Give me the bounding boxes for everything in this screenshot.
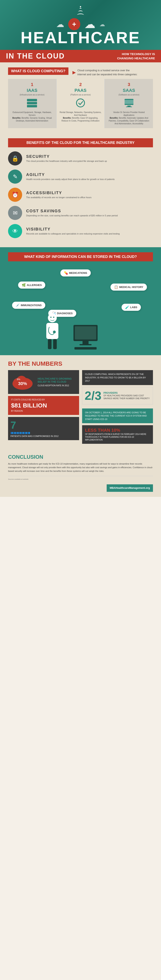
benefits-header: BENEFITS OF THE CLOUD FOR THE HEALTHCARE… <box>8 138 153 147</box>
saas-desc: Vendor Or Service Provider Hosted Applic… <box>108 111 150 125</box>
allergies-bubble: 🌿 ALLERGIES <box>18 282 45 289</box>
seven-big: 7 <box>11 420 16 431</box>
two-thirds-text: OF HEALTHCARE PROVIDERS SAID COST SAVING… <box>103 395 150 400</box>
computer-desk <box>71 324 101 350</box>
svg-point-3 <box>76 99 85 107</box>
info-header: WHAT KIND OF INFORMATION CAN BE STORED I… <box>8 252 153 261</box>
providers-label: PROVIDERS <box>103 391 150 395</box>
iaas-box: 1 IAAS (Infrastructure-as-a-service) Out… <box>8 79 57 128</box>
two-thirds-num: 2/3 <box>85 390 101 402</box>
paas-box: 2 PAAS (Platform-as-a-service) Rental St… <box>57 79 105 128</box>
iaas-desc: Outsourced Equipment, Storage, Hardware,… <box>11 111 53 122</box>
saas-icon <box>108 98 150 110</box>
svg-rect-12 <box>53 339 57 349</box>
svg-rect-7 <box>126 107 132 107</box>
allergies-icon: 🌿 <box>22 283 26 287</box>
growing-text: CLOUD ADOPTION RATE IN 2012 <box>38 384 77 387</box>
svg-rect-19 <box>74 347 96 350</box>
medical-history-bubble: 📋 MEDICAL HISTORY <box>110 283 147 291</box>
doctor-computer-area <box>40 310 101 350</box>
svg-rect-17 <box>82 341 88 344</box>
cloud-computing-section: WHAT IS CLOUD COMPUTING? ▶ Cloud computi… <box>0 62 161 133</box>
doctor-figure <box>40 310 65 350</box>
growing-belief-box: 30% 9% HEALTHCARE'S GROWING BELIEF IN TH… <box>8 370 79 394</box>
agility-label: AGILITY <box>26 172 153 177</box>
icd-box: ON OCTOBER 1, 2014 ALL PROVIDERS ARE GOI… <box>82 409 153 423</box>
paas-desc: Rental Storage, Networks, Operating Syst… <box>60 111 102 122</box>
iaas-title: IAAS <box>11 88 53 93</box>
it-costs-box: IT COSTS COULD BE REDUCED BY $81 BILLION… <box>8 396 79 415</box>
cloud-intro-text: Cloud computing is a hosted service over… <box>77 68 138 76</box>
visibility-desc: Records are available to colleagues and … <box>26 232 153 235</box>
paas-number: 2 <box>60 82 102 87</box>
svg-text:9%: 9% <box>17 378 21 381</box>
patients-text: PATIENTS DATA WAS COMPROMISED IN 2012 <box>11 434 77 438</box>
less-ten-text: OF RESPONDENTS FROM A SURVEY IN FEBRUARY… <box>85 433 150 441</box>
svg-point-8 <box>48 313 57 322</box>
benefit-agility: ✎ AGILITY Health records providers can e… <box>8 170 153 184</box>
footer-sources: Sources available at website MBAHealthca… <box>8 476 153 492</box>
services-container: 1 IAAS (Infrastructure-as-a-service) Out… <box>8 79 153 128</box>
svg-rect-18 <box>79 344 92 345</box>
saas-title: SAAS <box>108 88 150 93</box>
benefit-visibility: 👁 VISIBILITY Records are available to co… <box>8 224 153 238</box>
svg-rect-16 <box>75 326 96 339</box>
svg-rect-2 <box>27 105 37 107</box>
accessibility-desc: The availability of records are no longe… <box>26 196 153 199</box>
in-cloud-banner: IN THE CLOUD HOW TECHNOLOGY IS CHANGING … <box>0 50 161 62</box>
conclusion-text: As more healthcare institutions get read… <box>8 462 153 473</box>
svg-rect-1 <box>27 102 37 104</box>
numbers-left: 30% 9% HEALTHCARE'S GROWING BELIEF IN TH… <box>8 370 79 444</box>
website-badge: MBAHealthcareManagement.org <box>107 484 153 492</box>
security-icon: 🔒 <box>8 151 22 165</box>
svg-rect-11 <box>48 339 52 349</box>
two-thirds-box: 2/3 PROVIDERS OF HEALTHCARE PROVIDERS SA… <box>82 387 153 404</box>
security-desc: The cloud provides the healthcare indust… <box>26 159 153 163</box>
svg-text:30%: 30% <box>18 381 27 386</box>
accessibility-icon: ⏰ <box>8 188 22 202</box>
iaas-number: 1 <box>11 82 53 87</box>
benefit-security: 🔒 SECURITY The cloud provides the health… <box>8 151 153 165</box>
growing-title: HEALTHCARE'S GROWING BELIEF IN THE CLOUD <box>38 377 77 383</box>
iaas-subtitle: (Infrastructure-as-a-service) <box>11 94 53 96</box>
paas-icon <box>60 98 102 110</box>
subtitle-right: HOW TECHNOLOGY IS CHANGING HEALTHCARE <box>111 52 155 60</box>
agility-icon: ✎ <box>8 170 22 184</box>
numbers-section: BY THE NUMBERS 30% 9% <box>0 355 161 449</box>
main-title: HEALTHCARE <box>8 30 153 46</box>
visibility-icon: 👁 <box>8 224 22 238</box>
medications-bubble: 💊 MEDICATIONS <box>60 269 91 277</box>
svg-rect-9 <box>46 323 58 339</box>
icd-text: ON OCTOBER 1, 2014 ALL PROVIDERS ARE GOI… <box>85 411 150 421</box>
numbers-header: BY THE NUMBERS <box>8 360 153 367</box>
cost-savings-icon: ✉ <box>8 206 22 220</box>
saas-number: 3 <box>108 82 150 87</box>
labs-icon: 🧪 <box>125 305 129 309</box>
benefit-accessibility: ⏰ ACCESSIBILITY The availability of reco… <box>8 188 153 202</box>
info-section: WHAT KIND OF INFORMATION CAN BE STORED I… <box>0 247 161 355</box>
conclusion-header: CONCLUSION <box>8 454 153 460</box>
patients-box: 7 👥👥👥👥👥👥👥 PATIENTS DATA WAS COMPROMISED … <box>8 417 79 440</box>
numbers-right: CLOUD COMPUTING, WHICH REPRESENTS 5% OF … <box>82 370 153 444</box>
paas-title: PAAS <box>60 88 102 93</box>
medications-icon: 💊 <box>64 271 68 275</box>
saas-box: 3 SAAS (Software-as-a-service) Vendor Or… <box>105 79 153 128</box>
svg-rect-5 <box>125 100 133 104</box>
immunizations-bubble: 💉 IMMUNIZATIONS <box>12 302 45 309</box>
it-costs-amount: $81 BILLION <box>11 401 76 410</box>
accessibility-label: ACCESSIBILITY <box>26 191 153 195</box>
svg-point-14 <box>53 317 54 318</box>
cost-savings-desc: Depending on the size, cost saving benef… <box>26 214 153 217</box>
saas-subtitle: (Software-as-a-service) <box>108 94 150 96</box>
iaas-icon <box>11 98 53 110</box>
agility-desc: Health records providers can easily adju… <box>26 178 153 181</box>
svg-rect-6 <box>127 105 131 107</box>
svg-point-10 <box>53 331 56 333</box>
visibility-label: VISIBILITY <box>26 227 153 231</box>
paas-subtitle: (Platform-as-a-service) <box>60 94 102 96</box>
medical-history-icon: 📋 <box>114 285 118 289</box>
benefit-cost-savings: ✉ COST SAVINGS Depending on the size, co… <box>8 206 153 220</box>
cloud-percentage-svg: 30% 9% <box>11 372 35 391</box>
svg-point-13 <box>50 317 52 318</box>
header-section: ☁ + ☁ ☁ HEALTHCARE <box>0 0 161 50</box>
